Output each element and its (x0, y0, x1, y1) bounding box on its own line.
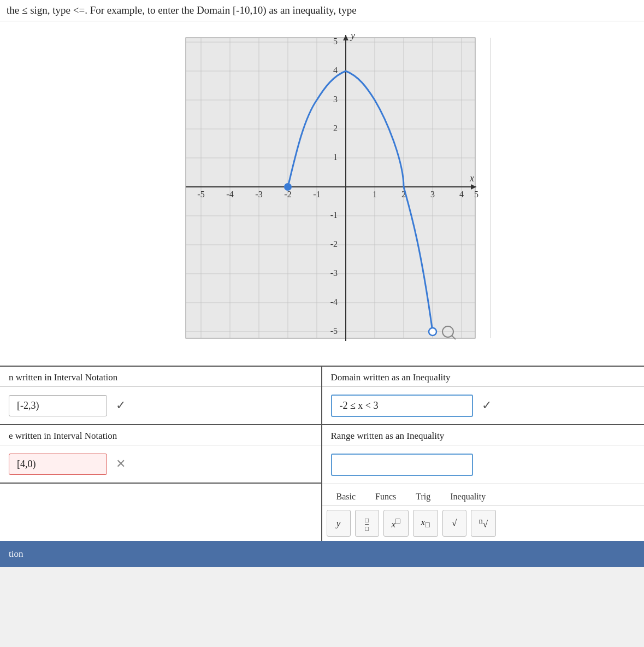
svg-text:-5: -5 (330, 326, 337, 336)
tab-basic[interactable]: Basic (327, 489, 366, 505)
svg-text:-2: -2 (284, 190, 291, 199)
svg-text:-4: -4 (330, 297, 337, 307)
graph-section: -5 -4 -3 -2 -1 1 2 3 4 5 5 4 3 2 1 -1 -2… (0, 21, 644, 367)
range-interval-xmark: ✕ (116, 457, 126, 471)
svg-text:5: 5 (333, 37, 338, 46)
header-instruction: the ≤ sign, type <=. For example, to ent… (0, 0, 644, 21)
toolbar-tabs: Basic Funcs Trig Inequality (322, 489, 645, 505)
domain-interval-label: n written in Interval Notation (0, 367, 321, 387)
graph-container: -5 -4 -3 -2 -1 1 2 3 4 5 5 4 3 2 1 -1 -2… (153, 27, 492, 366)
range-interval-input-area: ✕ (0, 445, 321, 484)
svg-text:2: 2 (333, 123, 338, 133)
left-panel: n written in Interval Notation ✓ e writt… (0, 367, 322, 541)
range-interval-input[interactable] (9, 454, 107, 475)
domain-interval-checkmark: ✓ (116, 398, 126, 413)
svg-text:y: y (350, 30, 355, 41)
domain-interval-input[interactable] (9, 395, 107, 416)
tab-trig[interactable]: Trig (406, 489, 440, 505)
btn-x-power[interactable]: x□ (383, 510, 409, 537)
btn-x-subscript[interactable]: x□ (413, 510, 438, 537)
svg-text:5: 5 (474, 190, 478, 199)
svg-text:1: 1 (373, 190, 377, 199)
svg-text:x: x (469, 173, 474, 184)
btn-sqrt[interactable]: √ (442, 510, 466, 537)
range-inequality-input-area (322, 445, 645, 484)
svg-text:-1: -1 (330, 210, 337, 220)
header-text: the ≤ sign, type <=. For example, to ent… (7, 4, 357, 16)
domain-inequality-input-area: ✓ (322, 387, 645, 425)
domain-inequality-label: Domain written as an Inequality (322, 367, 645, 387)
svg-text:-1: -1 (313, 190, 320, 199)
open-endpoint (429, 328, 436, 336)
tab-inequality[interactable]: Inequality (440, 489, 495, 505)
toolbar-section: Basic Funcs Trig Inequality y □ □ x□ x□ (322, 484, 645, 541)
range-inequality-input[interactable] (331, 454, 473, 476)
tab-funcs[interactable]: Funcs (365, 489, 406, 505)
svg-text:-4: -4 (226, 190, 233, 199)
range-interval-label: e written in Interval Notation (0, 425, 321, 445)
bottom-section: n written in Interval Notation ✓ e writt… (0, 367, 644, 541)
footer-label: tion (9, 549, 23, 560)
domain-interval-input-area: ✓ (0, 387, 321, 425)
right-panel: Domain written as an Inequality ✓ Range … (322, 367, 645, 541)
svg-text:3: 3 (333, 95, 338, 104)
svg-text:4: 4 (333, 66, 338, 75)
footer-bar: tion (0, 541, 644, 567)
svg-text:1: 1 (333, 152, 338, 162)
btn-y[interactable]: y (327, 510, 351, 537)
range-inequality-label: Range written as an Inequality (322, 425, 645, 445)
domain-inequality-input[interactable] (331, 395, 473, 417)
svg-text:-5: -5 (197, 190, 204, 199)
svg-rect-0 (186, 38, 475, 338)
svg-text:-2: -2 (330, 239, 337, 249)
domain-inequality-checkmark: ✓ (482, 398, 492, 413)
closed-endpoint (285, 184, 291, 190)
svg-text:-3: -3 (255, 190, 262, 199)
svg-text:4: 4 (459, 190, 464, 199)
btn-fraction[interactable]: □ □ (355, 510, 379, 537)
svg-text:3: 3 (430, 190, 435, 199)
graph-svg: -5 -4 -3 -2 -1 1 2 3 4 5 5 4 3 2 1 -1 -2… (153, 27, 492, 366)
btn-nth-root[interactable]: n√ (471, 510, 496, 537)
svg-text:-3: -3 (330, 268, 337, 278)
toolbar-buttons: y □ □ x□ x□ √ n√ (322, 505, 645, 541)
